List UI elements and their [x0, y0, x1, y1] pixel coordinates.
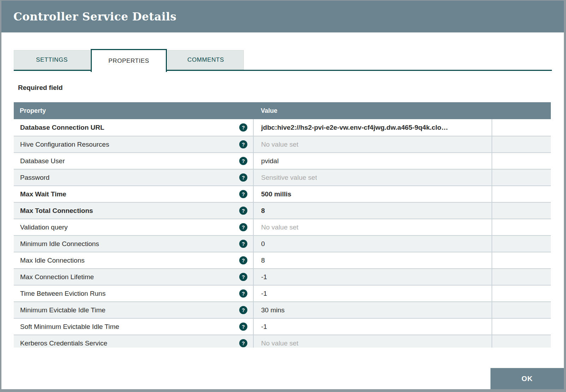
help-question-icon[interactable]: ? [239, 223, 247, 231]
row-extra-cell [492, 319, 551, 335]
property-value: pvidal [261, 157, 279, 165]
value-column-header: Value [253, 107, 277, 115]
property-cell: Minimum Idle Connections? [14, 236, 253, 252]
row-extra-cell [492, 302, 551, 318]
tab-properties[interactable]: PROPERTIES [91, 49, 167, 72]
ok-button[interactable]: OK [490, 368, 564, 389]
property-value: Sensitive value set [261, 174, 317, 182]
property-cell: Hive Configuration Resources? [14, 136, 253, 152]
tab-settings[interactable]: SETTINGS [14, 50, 90, 70]
help-question-icon[interactable]: ? [239, 240, 247, 248]
property-value: 0 [261, 240, 265, 248]
row-extra-cell [492, 153, 551, 169]
property-name: Hive Configuration Resources [20, 141, 109, 148]
table-row: Database Connection URL?jdbc:hive2://hs2… [14, 119, 551, 136]
property-value: -1 [261, 290, 267, 298]
value-cell: 500 millis [253, 186, 492, 202]
table-row: Max Idle Connections?8 [14, 252, 551, 268]
property-name: Kerberos Credentials Service [20, 339, 107, 347]
help-question-icon[interactable]: ? [239, 207, 247, 215]
property-name: Database User [20, 157, 65, 165]
row-extra-cell [492, 170, 551, 185]
property-name: Minimum Evictable Idle Time [20, 306, 106, 314]
required-field-hint: Required field [18, 84, 63, 92]
value-cell: No value set [253, 335, 492, 348]
table-row: Kerberos Credentials Service?No value se… [14, 335, 551, 348]
property-value: jdbc:hive2://hs2-pvi-e2e-vw.env-cf4jwg.d… [261, 124, 448, 131]
property-name: Password [20, 174, 49, 182]
table-row: Max Total Connections?8 [14, 202, 551, 219]
property-value: No value set [261, 141, 299, 148]
help-question-icon[interactable]: ? [239, 273, 247, 281]
table-row: Max Connection Lifetime?-1 [14, 268, 551, 285]
property-value: 500 millis [261, 190, 291, 198]
table-header-row: Property Value [14, 102, 551, 119]
row-extra-cell [492, 186, 551, 202]
controller-service-details-dialog: Controller Service Details SETTINGSPROPE… [1, 1, 564, 389]
help-question-icon[interactable]: ? [239, 173, 247, 182]
row-extra-cell [492, 269, 551, 285]
property-name: Max Wait Time [20, 190, 66, 198]
tab-comments[interactable]: COMMENTS [168, 50, 244, 70]
property-value: No value set [261, 223, 299, 231]
property-name: Max Total Connections [20, 207, 93, 215]
dialog-header: Controller Service Details [1, 1, 564, 32]
row-extra-cell [492, 252, 551, 268]
row-extra-cell [492, 286, 551, 301]
property-name: Validation query [20, 223, 68, 231]
row-extra-cell [492, 119, 551, 136]
table-row: Database User?pvidal [14, 152, 551, 169]
help-question-icon[interactable]: ? [239, 190, 247, 198]
row-extra-cell [492, 203, 551, 219]
property-cell: Database Connection URL? [14, 119, 253, 136]
property-name: Minimum Idle Connections [20, 240, 99, 248]
value-cell: 8 [253, 252, 492, 268]
help-question-icon[interactable]: ? [239, 157, 247, 165]
table-row: Max Wait Time?500 millis [14, 185, 551, 202]
value-cell: 8 [253, 203, 492, 219]
property-name: Database Connection URL [20, 124, 104, 131]
help-question-icon[interactable]: ? [239, 289, 247, 298]
table-row: Minimum Idle Connections?0 [14, 235, 551, 252]
value-cell: pvidal [253, 153, 492, 169]
property-cell: Soft Minimum Evictable Idle Time? [14, 319, 253, 335]
property-value: -1 [261, 323, 267, 331]
property-column-header: Property [14, 107, 253, 115]
row-extra-cell [492, 136, 551, 152]
properties-table: Property Value Database Connection URL?j… [14, 102, 551, 348]
property-value: 30 mins [261, 306, 285, 314]
dialog-title: Controller Service Details [13, 10, 176, 23]
help-question-icon[interactable]: ? [239, 123, 247, 131]
table-row: Password?Sensitive value set [14, 169, 551, 185]
row-extra-cell [492, 219, 551, 235]
help-question-icon[interactable]: ? [239, 323, 247, 331]
property-name: Soft Minimum Evictable Idle Time [20, 323, 119, 331]
table-row: Soft Minimum Evictable Idle Time?-1 [14, 318, 551, 335]
property-value: 8 [261, 257, 265, 264]
table-row: Time Between Eviction Runs?-1 [14, 285, 551, 301]
property-cell: Minimum Evictable Idle Time? [14, 302, 253, 318]
value-cell: -1 [253, 319, 492, 335]
property-cell: Max Connection Lifetime? [14, 269, 253, 285]
value-cell: -1 [253, 269, 492, 285]
property-cell: Validation query? [14, 219, 253, 235]
help-question-icon[interactable]: ? [239, 306, 247, 314]
property-cell: Max Wait Time? [14, 186, 253, 202]
row-extra-cell [492, 236, 551, 252]
table-row: Validation query?No value set [14, 219, 551, 235]
help-question-icon[interactable]: ? [239, 256, 247, 264]
property-value: No value set [261, 339, 299, 347]
row-extra-cell [492, 335, 551, 348]
property-value: -1 [261, 273, 267, 281]
property-name: Max Connection Lifetime [20, 273, 94, 281]
value-cell: -1 [253, 286, 492, 301]
property-cell: Password? [14, 170, 253, 185]
property-cell: Max Idle Connections? [14, 252, 253, 268]
value-cell: jdbc:hive2://hs2-pvi-e2e-vw.env-cf4jwg.d… [253, 119, 492, 136]
property-value: 8 [261, 207, 265, 215]
property-cell: Time Between Eviction Runs? [14, 286, 253, 301]
table-row: Minimum Evictable Idle Time?30 mins [14, 301, 551, 318]
help-question-icon[interactable]: ? [239, 339, 247, 347]
help-question-icon[interactable]: ? [239, 140, 247, 148]
property-name: Time Between Eviction Runs [20, 290, 106, 298]
